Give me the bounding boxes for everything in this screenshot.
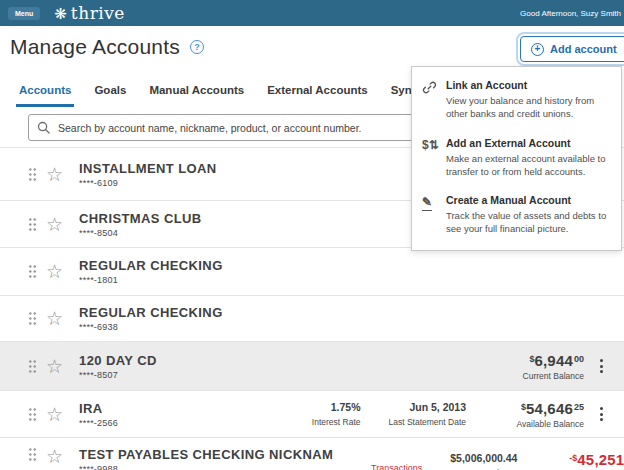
user-greeting: Good Afternoon, Suzy Smith <box>520 9 624 18</box>
drag-handle-icon[interactable] <box>28 264 37 279</box>
interest-rate-stat: 1.75% Interest Rate <box>312 401 361 427</box>
favorite-star-icon[interactable]: ☆ <box>46 447 63 466</box>
help-icon[interactable]: ? <box>190 40 204 54</box>
amount-cents: 25 <box>574 402 584 412</box>
account-name: REGULAR CHECKING <box>79 305 223 320</box>
favorite-star-icon[interactable]: ☆ <box>46 262 63 281</box>
current-balance-stat: $5,006,000.44 Current Balance <box>450 452 517 470</box>
add-account-dropdown: Link an Account View your balance and hi… <box>411 66 622 251</box>
stat-label: Last Statement Date <box>389 417 467 427</box>
menu-item-text: Link an Account View your balance and hi… <box>446 79 615 121</box>
plus-circle-icon: + <box>531 43 544 56</box>
search-icon <box>37 121 50 134</box>
account-name: TEST PAYABLES CHECKING NICKNAM <box>79 447 333 462</box>
account-name: 120 DAY CD <box>79 353 157 368</box>
account-row-ira[interactable]: ☆ IRA ****-2566 1.75% Interest Rate Jun … <box>0 390 624 437</box>
menu-item-text: Add an External Account Make an external… <box>446 137 615 179</box>
favorite-star-icon[interactable]: ☆ <box>46 309 63 328</box>
currency-sign: $ <box>529 354 534 364</box>
stat-label: Interest Rate <box>312 417 361 427</box>
last-statement-date-stat: Jun 5, 2013 Last Statement Date <box>389 401 467 427</box>
menu-item-title: Create a Manual Account <box>446 194 615 206</box>
amount-whole: 45,251 <box>577 451 624 468</box>
add-account-button[interactable]: + Add account <box>520 36 624 62</box>
drag-handle-icon[interactable] <box>28 407 37 422</box>
account-row-regular-checking-6938[interactable]: ☆ REGULAR CHECKING ****-6938 <box>0 295 624 341</box>
available-balance-amount: $54,64625 Available Balance <box>494 400 584 429</box>
account-name: REGULAR CHECKING <box>79 258 223 273</box>
amount-whole: 54,646 <box>526 400 573 417</box>
account-info: IRA ****-2566 <box>79 401 118 428</box>
favorite-star-icon[interactable]: ☆ <box>46 357 63 376</box>
menu-item-description: Make an external account available to tr… <box>446 152 615 179</box>
account-number: ****-8504 <box>79 228 202 238</box>
tab-manual-accounts[interactable]: Manual Accounts <box>146 84 247 107</box>
menu-item-description: Track the value of assets and debts to s… <box>446 209 615 236</box>
menu-item-create-manual-account[interactable]: ✎ Create a Manual Account Track the valu… <box>422 194 615 236</box>
menu-item-title: Add an External Account <box>446 137 615 149</box>
account-info: CHRISTMAS CLUB ****-8504 <box>79 211 202 238</box>
current-balance-amount: $6,94400 Current Balance <box>494 352 584 381</box>
tab-external-accounts[interactable]: External Accounts <box>264 84 371 107</box>
menu-item-link-account[interactable]: Link an Account View your balance and hi… <box>422 79 615 121</box>
account-number: ****-1801 <box>79 275 223 285</box>
account-number: ****-9988 <box>79 464 333 470</box>
account-info: INSTALLMENT LOAN ****-6109 <box>79 161 217 188</box>
favorite-star-icon[interactable]: ☆ <box>46 215 63 234</box>
account-row-test-payables-checking[interactable]: ☆ TEST PAYABLES CHECKING NICKNAM ****-99… <box>0 437 624 470</box>
amount-label: Current Balance <box>494 371 584 381</box>
account-number: ****-6109 <box>79 178 217 188</box>
link-icon <box>422 79 446 121</box>
drag-handle-icon[interactable] <box>28 311 37 326</box>
brand-name: thrive <box>71 3 125 23</box>
stat-value: 1.75% <box>312 401 361 414</box>
stat-value: Jun 5, 2013 <box>389 401 467 414</box>
account-name: IRA <box>79 401 118 416</box>
account-number: ****-6938 <box>79 322 223 332</box>
drag-handle-icon[interactable] <box>28 217 37 232</box>
account-info: TEST PAYABLES CHECKING NICKNAM ****-9988 <box>79 447 333 470</box>
brand-logo[interactable]: ❋ thrive <box>54 3 125 23</box>
pending-label: Transactions pending <box>361 463 422 470</box>
add-account-label: Add account <box>550 43 617 55</box>
currency-sign: $ <box>521 402 526 412</box>
tab-accounts[interactable]: Accounts <box>16 84 74 107</box>
amount-whole: 6,944 <box>534 352 573 369</box>
account-name: CHRISTMAS CLUB <box>79 211 202 226</box>
transactions-pending-note: Transactions pending <box>361 447 422 470</box>
available-balance-amount: -$45,25132 Available Balance <box>545 451 624 470</box>
menu-item-add-external-account[interactable]: $⇅ Add an External Account Make an exter… <box>422 137 615 179</box>
drag-handle-icon[interactable] <box>28 167 37 182</box>
drag-handle-icon[interactable] <box>28 359 37 374</box>
account-row-regular-checking-1801[interactable]: ☆ REGULAR CHECKING ****-1801 <box>0 247 624 295</box>
account-row-values: 1.75% Interest Rate Jun 5, 2013 Last Sta… <box>284 400 618 429</box>
favorite-star-icon[interactable]: ☆ <box>46 405 63 424</box>
page-title-row: Manage Accounts ? <box>10 35 204 59</box>
row-menu-kebab-icon[interactable] <box>584 355 618 377</box>
menu-item-text: Create a Manual Account Track the value … <box>446 194 615 236</box>
currency-sign: -$ <box>569 453 577 463</box>
stat-value: $5,006,000.44 <box>450 452 517 465</box>
page-title: Manage Accounts <box>10 35 180 59</box>
account-row-values: Transactions pending $5,006,000.44 Curre… <box>333 447 624 470</box>
stat-value <box>361 447 422 460</box>
account-row-values: $6,94400 Current Balance <box>466 352 618 381</box>
amount-label: Available Balance <box>494 419 584 429</box>
favorite-star-icon[interactable]: ☆ <box>46 165 63 184</box>
drag-handle-icon[interactable] <box>28 447 37 462</box>
account-row-120-day-cd[interactable]: ☆ 120 DAY CD ****-8507 $6,94400 Current … <box>0 341 624 390</box>
row-menu-kebab-icon[interactable] <box>584 403 618 425</box>
account-info: REGULAR CHECKING ****-6938 <box>79 305 223 332</box>
account-number: ****-2566 <box>79 418 118 428</box>
menu-item-title: Link an Account <box>446 79 615 91</box>
account-name: INSTALLMENT LOAN <box>79 161 217 176</box>
tab-goals[interactable]: Goals <box>91 84 129 107</box>
account-info: 120 DAY CD ****-8507 <box>79 353 157 380</box>
top-navigation-bar: Menu ❋ thrive Good Afternoon, Suzy Smith <box>0 0 624 26</box>
account-info: REGULAR CHECKING ****-1801 <box>79 258 223 285</box>
tab-bar: Accounts Goals Manual Accounts External … <box>16 84 472 107</box>
dollar-transfer-icon: $⇅ <box>422 137 446 179</box>
menu-button[interactable]: Menu <box>8 7 40 20</box>
pencil-icon: ✎ <box>422 194 446 236</box>
menu-item-description: View your balance and history from other… <box>446 94 615 121</box>
